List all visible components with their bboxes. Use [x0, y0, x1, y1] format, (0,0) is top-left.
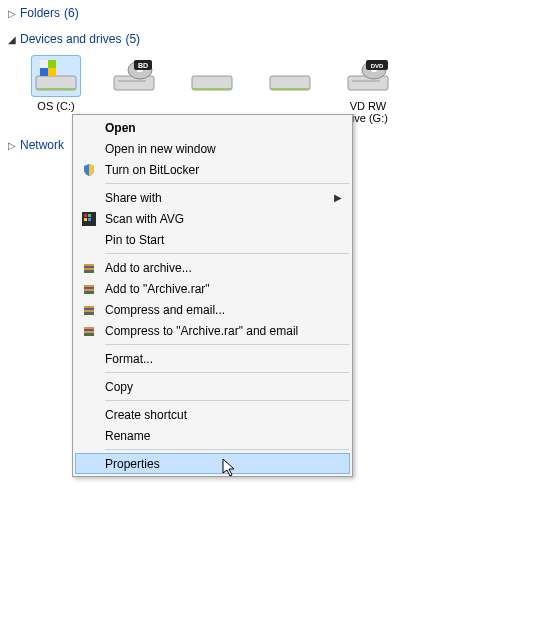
- menu-turn-on-bitlocker[interactable]: Turn on BitLocker: [75, 159, 350, 180]
- drive-icon: [32, 56, 80, 96]
- drive-bd[interactable]: BD: [102, 56, 166, 96]
- svg-rect-26: [84, 218, 87, 221]
- svg-text:BD: BD: [138, 62, 148, 69]
- svg-rect-33: [84, 285, 94, 287]
- menu-rename[interactable]: Rename: [75, 425, 350, 446]
- menu-separator: [105, 344, 349, 345]
- avg-icon: [81, 211, 97, 227]
- svg-rect-42: [84, 331, 94, 333]
- menu-add-to-archive[interactable]: Add to archive...: [75, 257, 350, 278]
- drive-label: OS (C:): [37, 100, 74, 112]
- svg-rect-6: [48, 68, 56, 76]
- drive-hdd[interactable]: [180, 56, 244, 96]
- svg-rect-39: [84, 313, 94, 315]
- section-folders[interactable]: ▷ Folders (6): [0, 0, 536, 26]
- menu-compress-to-rar-and-email[interactable]: Compress to "Archive.rar" and email: [75, 320, 350, 341]
- section-devices[interactable]: ◢ Devices and drives (5): [0, 26, 536, 52]
- chevron-right-icon: ▷: [8, 140, 20, 151]
- svg-rect-38: [84, 310, 94, 312]
- menu-separator: [105, 449, 349, 450]
- chevron-down-icon: ◢: [8, 34, 20, 45]
- menu-separator: [105, 253, 349, 254]
- section-count: (6): [64, 6, 79, 20]
- menu-properties[interactable]: Properties: [75, 453, 350, 474]
- drive-icon: [266, 56, 314, 96]
- section-title: Folders: [20, 6, 60, 20]
- menu-separator: [105, 400, 349, 401]
- svg-rect-35: [84, 292, 94, 294]
- svg-rect-24: [84, 214, 87, 217]
- menu-add-to-archive-rar[interactable]: Add to "Archive.rar": [75, 278, 350, 299]
- svg-rect-30: [84, 268, 94, 270]
- drive-icon: [188, 56, 236, 96]
- svg-rect-25: [88, 214, 91, 217]
- menu-pin-to-start[interactable]: Pin to Start: [75, 229, 350, 250]
- drive-icon: BD: [110, 56, 158, 96]
- menu-compress-and-email[interactable]: Compress and email...: [75, 299, 350, 320]
- drive-icon: DVD: [344, 56, 392, 96]
- svg-rect-34: [84, 289, 94, 291]
- svg-rect-29: [84, 264, 94, 266]
- chevron-right-icon: ▷: [8, 8, 20, 19]
- svg-rect-0: [36, 76, 76, 90]
- svg-rect-3: [40, 60, 48, 68]
- svg-rect-37: [84, 306, 94, 308]
- winrar-icon: [81, 260, 97, 276]
- svg-rect-18: [352, 80, 380, 82]
- menu-separator: [105, 372, 349, 373]
- svg-rect-43: [84, 334, 94, 336]
- menu-open-new-window[interactable]: Open in new window: [75, 138, 350, 159]
- context-menu: Open Open in new window Turn on BitLocke…: [72, 114, 353, 477]
- svg-rect-13: [192, 76, 232, 90]
- svg-rect-15: [270, 76, 310, 90]
- menu-copy[interactable]: Copy: [75, 376, 350, 397]
- shield-icon: [81, 162, 97, 178]
- menu-format[interactable]: Format...: [75, 348, 350, 369]
- drive-os-c[interactable]: OS (C:): [24, 56, 88, 112]
- svg-text:DVD: DVD: [371, 63, 384, 69]
- svg-rect-16: [270, 88, 310, 90]
- svg-rect-8: [118, 80, 146, 82]
- menu-scan-with-avg[interactable]: Scan with AVG: [75, 208, 350, 229]
- section-title: Devices and drives: [20, 32, 121, 46]
- menu-open[interactable]: Open: [75, 117, 350, 138]
- svg-rect-31: [84, 271, 94, 273]
- drive-hdd[interactable]: [258, 56, 322, 96]
- svg-rect-1: [36, 88, 76, 90]
- svg-rect-41: [84, 327, 94, 329]
- menu-separator: [105, 183, 349, 184]
- svg-rect-5: [40, 68, 48, 76]
- drive-label: VD RW rive (G:): [348, 100, 388, 124]
- winrar-icon: [81, 302, 97, 318]
- winrar-icon: [81, 281, 97, 297]
- svg-rect-14: [192, 88, 232, 90]
- section-title: Network: [20, 138, 64, 152]
- svg-rect-27: [88, 218, 91, 221]
- winrar-icon: [81, 323, 97, 339]
- section-count: (5): [125, 32, 140, 46]
- menu-create-shortcut[interactable]: Create shortcut: [75, 404, 350, 425]
- chevron-right-icon: ▶: [334, 192, 342, 203]
- svg-rect-4: [48, 60, 56, 68]
- menu-share-with[interactable]: Share with ▶: [75, 187, 350, 208]
